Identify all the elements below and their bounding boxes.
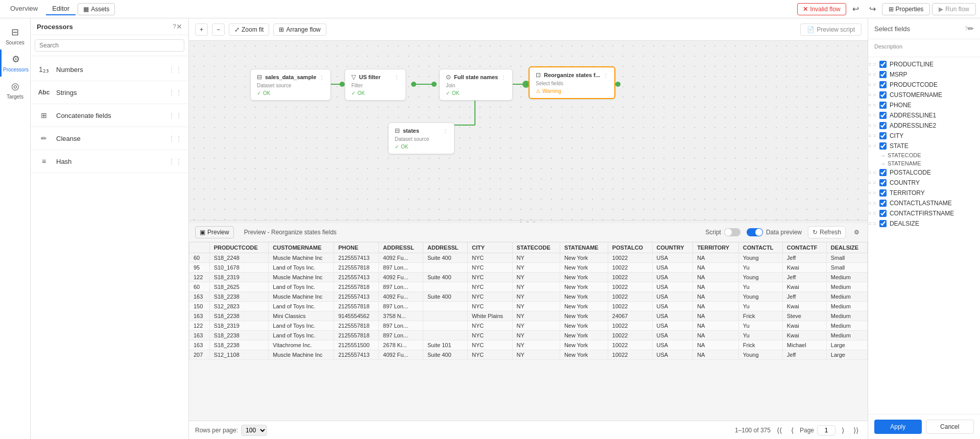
data-table-wrapper[interactable]: PRODUCTCODE CUSTOMERNAME PHONE ADDRESSL … [189,242,868,421]
sidebar-item-processors[interactable]: ⚙ Processors [0,50,30,77]
sidebar-item-targets[interactable]: ◎ Targets [0,77,30,104]
field-checkbox-productline[interactable] [879,61,887,68]
zoom-out-button[interactable]: − [212,23,225,36]
field-drag-state[interactable]: = = [868,143,876,149]
cleanse-icon: ✏ [37,131,51,145]
data-preview-toggle[interactable]: Data preview [747,228,802,236]
field-drag-addressline2[interactable]: = = [868,123,876,129]
left-sidebar: ⊟ Sources ⚙ Processors ◎ Targets [0,18,31,439]
col-header-statename: STATENAME [560,242,608,253]
field-drag-productcode[interactable]: = = [868,82,876,88]
field-checkbox-dealsize[interactable] [879,220,887,227]
preview-header: ▣ Preview Preview - Reorganize states fi… [189,223,868,242]
field-checkbox-productcode[interactable] [879,81,887,88]
field-drag-city[interactable]: = = [868,133,876,139]
processor-concatenate[interactable]: ⊞ Concatenate fields ⋮⋮ [31,104,188,127]
tab-overview[interactable]: Overview [4,3,44,15]
processor-hash[interactable]: ≡ Hash ⋮⋮ [31,150,188,173]
preview-script-button[interactable]: 📄 Preview script [800,23,862,36]
field-checkbox-customername[interactable] [879,91,887,99]
field-drag-customername[interactable]: = = [868,92,876,98]
processors-close-button[interactable]: ✕ [176,22,182,31]
node-sales-data[interactable]: ⊟ sales_data_sample ⋮ Dataset source ✓ O… [250,69,331,101]
field-item-postalcode: = = POSTALCODE [868,167,980,178]
field-name-productline: PRODUCTLINE [890,61,980,68]
drag-handle-strings[interactable]: ⋮⋮ [168,88,182,96]
table-row: 122S18_2319Muscle Machine Inc21255574134… [189,272,868,282]
sidebar-item-sources[interactable]: ⊟ Sources [0,22,30,50]
script-toggle[interactable]: Script [705,228,740,236]
node-full-state[interactable]: ⊙ Full state names ⋮ Join ✓ OK [439,69,513,101]
description-label: Description [874,43,974,50]
node-states-source[interactable]: ⊟ states ⋮ Dataset source ✓ OK [388,123,455,154]
node-reorganize[interactable]: ⊡ Reorganize states f... ⋮ Select fields… [529,66,615,99]
drag-handle-hash[interactable]: ⋮⋮ [168,157,182,165]
run-flow-button[interactable]: ▶ Run flow [932,3,976,15]
drag-handle-cleanse[interactable]: ⋮⋮ [168,134,182,142]
apply-button[interactable]: Apply [874,420,922,434]
field-drag-contactfirstname[interactable]: = = [868,210,876,216]
properties-button[interactable]: ⊞ Properties [882,3,930,15]
processor-numbers[interactable]: 1₂₃ Numbers ⋮⋮ [31,58,188,81]
field-drag-dealsize[interactable]: = = [868,221,876,227]
node-menu-filter[interactable]: ⋮ [394,75,399,80]
field-drag-country[interactable]: = = [868,180,876,186]
node-menu-state[interactable]: ⋮ [501,75,506,80]
field-checkbox-state[interactable] [879,142,887,150]
first-page-button[interactable]: ⟨⟨ [774,425,785,435]
field-checkbox-postalcode[interactable] [879,169,887,176]
redo-button[interactable]: ↪ [865,2,880,16]
processor-strings[interactable]: Abc Strings ⋮⋮ [31,81,188,104]
zoom-in-button[interactable]: + [195,23,208,36]
script-toggle-switch[interactable] [724,228,740,236]
field-drag-productline[interactable]: = = [868,61,876,67]
cancel-button[interactable]: Cancel [926,420,974,434]
field-checkbox-territory[interactable] [879,189,887,197]
tab-editor[interactable]: Editor [46,3,76,15]
processors-search-input[interactable] [35,39,184,52]
field-name-state: STATE [890,142,980,150]
field-checkbox-country[interactable] [879,179,887,186]
field-checkbox-msrp[interactable] [879,71,887,78]
right-panel-edit-button[interactable]: ✏ [968,25,974,33]
field-checkbox-addressline1[interactable] [879,112,887,119]
drag-handle-concatenate[interactable]: ⋮⋮ [168,111,182,119]
field-checkbox-city[interactable] [879,132,887,139]
node-us-filter[interactable]: ▽ US filter ⋮ Filter ✓ OK [345,69,406,101]
field-drag-addressline1[interactable]: = = [868,112,876,118]
drag-handle-numbers[interactable]: ⋮⋮ [168,65,182,74]
field-checkbox-phone[interactable] [879,102,887,109]
data-preview-toggle-switch[interactable] [747,228,763,236]
invalid-flow-button[interactable]: ✕ Invalid flow [797,3,846,15]
prev-page-button[interactable]: ⟨ [788,425,797,435]
field-drag-phone[interactable]: = = [868,102,876,108]
processors-help-icon[interactable]: ? [173,23,176,30]
field-checkbox-contactlastname[interactable] [879,200,887,207]
field-drag-contactlastname[interactable]: = = [868,200,876,206]
field-drag-territory[interactable]: = = [868,190,876,196]
undo-button[interactable]: ↩ [848,2,863,16]
tab-assets[interactable]: ▦ Assets [78,3,115,15]
select-icon: ⊡ [536,71,541,79]
field-checkbox-contactfirstname[interactable] [879,210,887,217]
field-drag-msrp[interactable]: = = [868,71,876,78]
ok-icon-filter: ✓ [351,90,355,96]
next-page-button[interactable]: ⟩ [839,425,847,435]
zoom-fit-button[interactable]: ⤢ Zoom fit [229,23,269,36]
node-menu-reorg[interactable]: ⋮ [603,72,608,78]
processor-cleanse[interactable]: ✏ Cleanse ⋮⋮ [31,127,188,150]
node-menu-sales[interactable]: ⋮ [319,75,324,80]
arrange-flow-button[interactable]: ⊞ Arrange flow [273,23,326,36]
node-menu-states[interactable]: ⋮ [443,128,448,134]
preview-tab[interactable]: ▣ Preview [195,226,234,238]
field-checkbox-addressline2[interactable] [879,122,887,129]
last-page-button[interactable]: ⟩⟩ [850,425,862,435]
page-number-input[interactable] [817,425,835,435]
field-drag-postalcode[interactable]: = = [868,169,876,176]
processor-label-strings: Strings [56,89,163,96]
refresh-button[interactable]: ↻ Refresh [808,226,846,238]
rows-per-page-select[interactable]: 100 50 25 [241,425,267,436]
settings-button[interactable]: ⚙ [852,227,862,238]
right-panel-title: Select fields [874,25,965,33]
flow-canvas[interactable]: ⊟ sales_data_sample ⋮ Dataset source ✓ O… [189,41,868,220]
